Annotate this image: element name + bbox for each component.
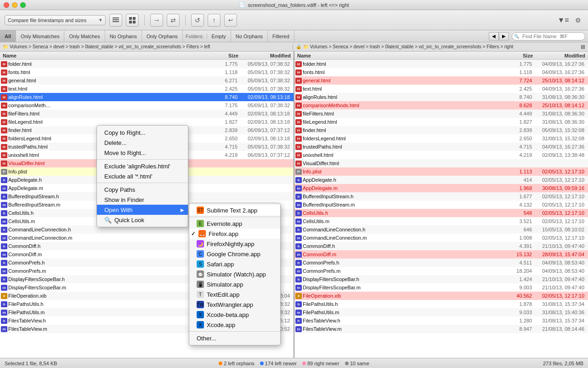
menu-open-with[interactable]: Open With STSublime Text 2.appEEvernote.… — [97, 205, 188, 215]
toolbar-separator-2 — [185, 15, 186, 26]
submenu-item[interactable]: EEvernote.app — [189, 218, 280, 229]
submenu-item[interactable]: XXcode.app — [189, 320, 280, 330]
indicator-dot — [260, 362, 264, 365]
sync-both-button[interactable]: ⇄ — [167, 14, 180, 27]
submenu-separator — [189, 331, 280, 332]
app-icon: TW — [197, 301, 204, 308]
svg-rect-1 — [113, 19, 119, 20]
search-input[interactable] — [512, 32, 585, 40]
refresh-button[interactable]: ↺ — [191, 14, 204, 27]
grid-view-button[interactable] — [126, 14, 139, 27]
submenu-item[interactable]: CGoogle Chrome.app — [189, 249, 280, 259]
sync-button[interactable]: → — [150, 14, 163, 27]
filter-folders-no-orphans-button[interactable]: No Orphans — [231, 30, 268, 42]
svg-rect-0 — [113, 17, 119, 18]
status-indicator: 10 same — [345, 361, 369, 366]
filter-all-button[interactable]: All — [0, 30, 16, 42]
menu-delete[interactable]: Delete... — [97, 138, 188, 148]
app-icon: 📱 — [197, 281, 204, 288]
menu-copy-to-right[interactable]: Copy to Right... — [97, 127, 188, 138]
toolbar-separator-1 — [144, 15, 145, 26]
svg-rect-4 — [133, 17, 136, 20]
nav-prev-button[interactable]: ◀ — [489, 32, 499, 40]
svg-rect-5 — [129, 21, 132, 23]
indicator-dot — [219, 362, 222, 365]
submenu-item[interactable]: Other... — [189, 333, 280, 343]
menu-exclude-all[interactable]: Exclude all '*.html' — [97, 171, 188, 181]
title-icon: 📄 — [239, 2, 245, 8]
filter-only-orphans-button[interactable]: Only Orphans — [142, 30, 183, 42]
submenu-item[interactable]: ✓🦊Firefox.app — [189, 229, 280, 239]
status-right: 273 files, 2,05 MB — [369, 361, 588, 366]
submenu-item-label: Simulator.app — [207, 281, 243, 288]
indicator-label: 2 left orphans — [224, 361, 254, 366]
app-icon: E — [197, 220, 204, 227]
filter-matches-button[interactable]: Only Matches — [64, 30, 105, 42]
left-path-text: Volumes > Seneca > devel > trash > 0late… — [10, 44, 210, 49]
svg-rect-3 — [129, 17, 132, 20]
lock-icon-right: 🔒 — [296, 44, 301, 49]
menu-copy-paths[interactable]: Copy Paths — [97, 184, 188, 195]
right-path-text: Volumes > Seneca > devel > trash > 0late… — [310, 44, 514, 49]
submenu-item[interactable]: 🌙FirefoxNightly.app — [189, 239, 280, 249]
expand-button[interactable]: ⊞ — [581, 44, 585, 50]
compare-method-select[interactable]: Compare file timestamps and sizes — [5, 15, 106, 25]
minimize-button[interactable] — [12, 2, 17, 8]
main-area: Name Size Modified H folder.html 1.775 0… — [0, 52, 588, 358]
upload-button[interactable]: ↑ — [208, 14, 220, 27]
app-icon: S — [197, 260, 204, 268]
app-icon: 🦊 — [198, 230, 206, 237]
submenu-item[interactable]: TTextEdit.app — [189, 289, 280, 299]
submenu-item[interactable]: TWTextWrangler.app — [189, 299, 280, 310]
filter-folders-empty-button[interactable]: Empty — [207, 30, 231, 42]
submenu-separator — [189, 217, 280, 217]
app-icon: X — [197, 311, 204, 318]
submenu-item[interactable]: SSafari.app — [189, 259, 280, 269]
submenu-item[interactable]: ⌚Simulator (Watch).app — [189, 269, 280, 279]
close-button[interactable] — [4, 2, 9, 8]
settings-button[interactable]: ⚙ — [572, 15, 583, 26]
history-button[interactable]: ↩ — [224, 14, 237, 27]
filter-filtered-button[interactable]: Filtered — [268, 30, 294, 42]
submenu-item-label: FirefoxNightly.app — [207, 241, 254, 247]
nav-next-button[interactable]: ▶ — [499, 32, 509, 40]
maximize-button[interactable] — [20, 2, 26, 8]
submenu-item-label: Safari.app — [207, 261, 234, 268]
context-menu-overlay: Copy to Right... Delete... Move to Right… — [0, 52, 588, 358]
submenu-item-label: Sublime Text 2.app — [207, 207, 257, 214]
filter-folders-label: Folders: — [183, 34, 207, 39]
status-indicators: 2 left orphans174 left newer89 right new… — [219, 361, 369, 366]
folder-icon-left: 📁 — [3, 44, 8, 49]
titlebar: 📄 screenshoot_mas_folders.vdiff - left <… — [0, 0, 588, 10]
menu-show-in-finder[interactable]: Show in Finder — [97, 195, 188, 205]
submenu-item-label: Evernote.app — [207, 220, 242, 227]
filter-no-orphans-button[interactable]: No Orphans — [105, 30, 142, 42]
app-icon: T — [197, 291, 204, 298]
pathbar: 📁 Volumes > Seneca > devel > trash > 0la… — [0, 42, 588, 52]
indicator-dot — [302, 362, 306, 365]
app-icon: ⌚ — [197, 270, 204, 278]
menu-move-to-right[interactable]: Move to Right... — [97, 148, 188, 158]
submenu-item[interactable]: XXcode-beta.app — [189, 310, 280, 320]
folder-icon-right: 📁 — [303, 44, 309, 49]
right-path: 🔒 📁 Volumes > Seneca > devel > trash > 0… — [293, 44, 586, 50]
menu-exclude-file[interactable]: Exclude 'alignRules.html' — [97, 161, 188, 171]
submenu-item-label: Google Chrome.app — [207, 251, 260, 258]
left-path: 📁 Volumes > Seneca > devel > trash > 0la… — [3, 44, 293, 49]
submenu-item[interactable]: STSublime Text 2.app — [189, 205, 280, 215]
app-icon: ST — [197, 207, 204, 214]
list-view-button[interactable] — [109, 14, 122, 27]
menu-quick-look[interactable]: 🔍Quick Look — [97, 215, 188, 225]
filter-icon[interactable]: ▼≡ — [558, 15, 569, 26]
nav-arrows: ◀ ▶ — [489, 32, 509, 40]
status-left: Selected 1 file, 8,54 KB — [0, 361, 219, 366]
status-indicator: 89 right newer — [302, 361, 339, 366]
filterbar: All Only Mismatches Only Matches No Orph… — [0, 30, 588, 42]
status-indicator: 174 left newer — [260, 361, 297, 366]
traffic-lights — [4, 2, 26, 8]
svg-rect-2 — [113, 21, 119, 22]
status-indicator: 2 left orphans — [219, 361, 254, 366]
submenu-item[interactable]: 📱Simulator.app — [189, 279, 280, 289]
indicator-dot — [345, 362, 349, 365]
filter-mismatches-button[interactable]: Only Mismatches — [16, 30, 64, 42]
